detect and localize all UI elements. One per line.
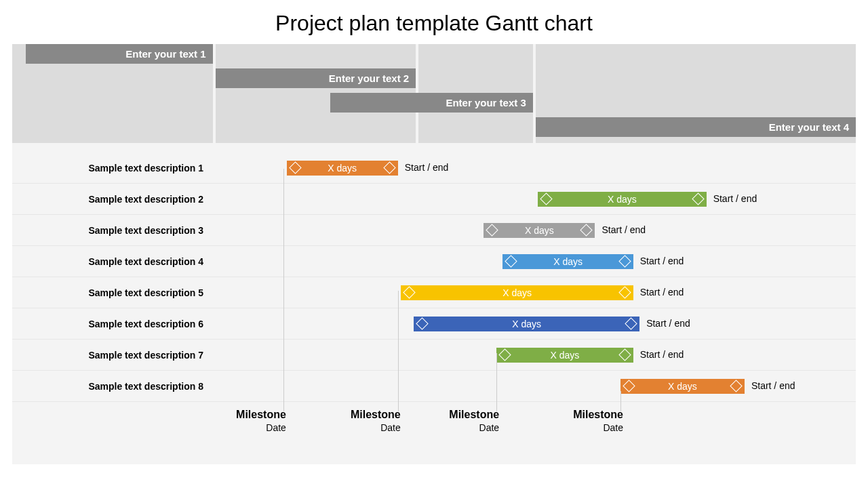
diamond-icon <box>618 286 631 298</box>
milestones-row: MilestoneDateMilestoneDateMilestoneDateM… <box>210 409 846 456</box>
task-bar[interactable]: X days <box>484 223 595 238</box>
phase-col-4: Enter your text 4 <box>536 44 856 143</box>
task-row: Sample text description 5X daysStart / e… <box>12 277 856 308</box>
diamond-icon <box>540 192 552 205</box>
task-row: Sample text description 8X daysStart / e… <box>12 371 856 402</box>
diamond-icon <box>498 348 511 361</box>
diamond-icon <box>416 317 428 329</box>
task-duration: X days <box>502 287 532 298</box>
diamond-icon <box>618 255 631 267</box>
diamond-icon <box>692 192 704 205</box>
task-track: X daysStart / end <box>210 340 846 370</box>
task-bar[interactable]: X days <box>414 317 639 331</box>
task-duration: X days <box>512 319 541 329</box>
task-label: Sample text description 2 <box>12 184 210 214</box>
milestone-title: Milestone <box>437 409 499 421</box>
task-row: Sample text description 6X daysStart / e… <box>12 308 856 340</box>
task-bar[interactable]: X days <box>496 348 633 363</box>
task-duration: X days <box>608 194 637 205</box>
phase-header-band: Enter your text 1 Enter your text 2 Ente… <box>12 44 856 143</box>
task-row: Sample text description 4X daysStart / e… <box>12 246 856 277</box>
task-row: Sample text description 7X daysStart / e… <box>12 340 856 371</box>
milestone-connector <box>398 291 399 411</box>
milestone-date: Date <box>561 422 623 433</box>
diamond-icon <box>383 161 395 174</box>
phase-label-1[interactable]: Enter your text 1 <box>26 44 213 64</box>
task-track: X daysStart / end <box>210 246 846 277</box>
task-track: X daysStart / end <box>210 184 846 214</box>
milestone-title: Milestone <box>561 409 623 421</box>
milestone-connector <box>283 169 284 411</box>
task-end-label: Start / end <box>640 256 684 266</box>
diamond-icon <box>730 380 742 392</box>
gantt-canvas: Enter your text 1 Enter your text 2 Ente… <box>12 44 856 464</box>
task-end-label: Start / end <box>601 224 646 235</box>
task-label: Sample text description 5 <box>12 277 210 308</box>
task-track: X daysStart / end <box>210 371 846 401</box>
task-track: X daysStart / end <box>210 308 846 339</box>
task-row: Sample text description 3X daysStart / e… <box>12 215 856 246</box>
phase-label-4[interactable]: Enter your text 4 <box>536 117 856 137</box>
task-duration: X days <box>551 350 580 361</box>
task-label: Sample text description 7 <box>12 340 210 370</box>
phase-label-2[interactable]: Enter your text 2 <box>216 68 416 88</box>
milestone: MilestoneDate <box>338 409 401 433</box>
task-end-label: Start / end <box>646 318 690 329</box>
task-duration: X days <box>553 256 583 267</box>
task-track: X daysStart / end <box>210 215 846 245</box>
page-title: Project plan template Gantt chart <box>0 0 868 44</box>
diamond-icon <box>486 224 498 236</box>
task-bar[interactable]: X days <box>620 379 745 394</box>
milestone: MilestoneDate <box>437 409 499 433</box>
task-end-label: Start / end <box>751 380 795 391</box>
diamond-icon <box>623 380 635 392</box>
task-bar[interactable]: X days <box>401 285 633 300</box>
milestone-date: Date <box>338 422 401 433</box>
task-row: Sample text description 1X daysStart / e… <box>12 152 856 184</box>
task-rows: Sample text description 1X daysStart / e… <box>12 152 856 402</box>
diamond-icon <box>403 286 416 298</box>
phase-col-3: Enter your text 3 <box>418 44 533 143</box>
diamond-icon <box>625 317 637 329</box>
task-track: X daysStart / end <box>210 152 846 183</box>
task-row: Sample text description 2X daysStart / e… <box>12 184 856 215</box>
milestone: MilestoneDate <box>561 409 623 433</box>
milestone: MilestoneDate <box>224 409 286 433</box>
task-bar[interactable]: X days <box>538 192 707 207</box>
task-label: Sample text description 8 <box>12 371 210 401</box>
diamond-icon <box>289 161 301 174</box>
phase-col-1: Enter your text 1 <box>12 44 213 143</box>
task-label: Sample text description 4 <box>12 246 210 277</box>
task-label: Sample text description 1 <box>12 152 210 183</box>
task-bar[interactable]: X days <box>502 254 633 269</box>
task-label: Sample text description 6 <box>12 308 210 339</box>
task-duration: X days <box>328 163 357 174</box>
task-bar[interactable]: X days <box>287 161 398 176</box>
task-track: X daysStart / end <box>210 277 846 308</box>
diamond-icon <box>580 224 593 236</box>
task-duration: X days <box>668 381 697 392</box>
diamond-icon <box>505 255 517 267</box>
task-end-label: Start / end <box>640 349 684 360</box>
task-end-label: Start / end <box>713 193 757 204</box>
task-end-label: Start / end <box>405 162 449 173</box>
milestone-connector <box>496 353 497 411</box>
task-label: Sample text description 3 <box>12 215 210 245</box>
milestone-connector <box>620 391 621 411</box>
diamond-icon <box>618 348 631 361</box>
task-end-label: Start / end <box>640 287 684 298</box>
phase-label-3[interactable]: Enter your text 3 <box>330 93 533 113</box>
milestone-title: Milestone <box>224 409 286 421</box>
milestone-title: Milestone <box>338 409 401 421</box>
milestone-date: Date <box>224 422 286 433</box>
milestone-date: Date <box>437 422 499 433</box>
task-duration: X days <box>525 225 554 236</box>
